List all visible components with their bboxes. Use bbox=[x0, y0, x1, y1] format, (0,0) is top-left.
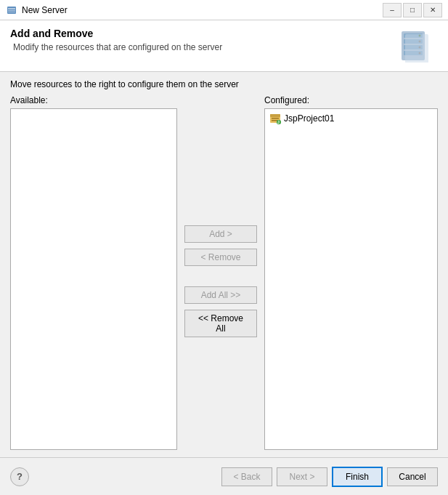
cancel-button[interactable]: Cancel bbox=[387, 467, 438, 486]
header-title: Add and Remove bbox=[10, 28, 394, 39]
footer-section: ? < Back Next > Finish Cancel bbox=[0, 457, 448, 495]
title-bar: New Server – □ ✕ bbox=[0, 0, 448, 20]
window-icon bbox=[6, 4, 17, 16]
available-list[interactable] bbox=[10, 108, 177, 450]
server-icon bbox=[398, 30, 434, 63]
remove-button[interactable]: < Remove bbox=[184, 249, 257, 266]
dialog-body: Add and Remove Modify the resources that… bbox=[0, 20, 448, 495]
minimize-button[interactable]: – bbox=[383, 3, 402, 17]
available-label: Available: bbox=[10, 95, 177, 105]
svg-rect-15 bbox=[270, 114, 280, 117]
add-button[interactable]: Add > bbox=[184, 225, 257, 243]
available-panel: Available: bbox=[10, 95, 177, 450]
footer-right: < Back Next > Finish Cancel bbox=[221, 467, 438, 487]
header-icon-area bbox=[394, 28, 438, 64]
window-controls: – □ ✕ bbox=[383, 3, 442, 17]
svg-rect-16 bbox=[272, 118, 279, 119]
finish-button[interactable]: Finish bbox=[332, 467, 383, 487]
configured-panel: Configured: J JspProjec bbox=[264, 95, 438, 450]
help-button[interactable]: ? bbox=[10, 467, 29, 486]
svg-rect-13 bbox=[405, 34, 428, 63]
svg-text:J: J bbox=[277, 120, 280, 124]
header-section: Add and Remove Modify the resources that… bbox=[0, 20, 448, 72]
remove-all-button[interactable]: << Remove All bbox=[184, 310, 257, 337]
header-text: Add and Remove Modify the resources that… bbox=[10, 28, 394, 52]
close-button[interactable]: ✕ bbox=[423, 3, 442, 17]
transfer-buttons: Add > < Remove Add All >> << Remove All bbox=[177, 95, 264, 450]
back-button[interactable]: < Back bbox=[221, 467, 272, 486]
svg-rect-1 bbox=[8, 8, 15, 9]
configured-item-name: JspProject01 bbox=[284, 113, 334, 124]
main-section: Move resources to the right to configure… bbox=[0, 72, 448, 457]
list-item[interactable]: J JspProject01 bbox=[266, 110, 436, 126]
maximize-button[interactable]: □ bbox=[403, 3, 422, 17]
footer-left: ? bbox=[10, 467, 221, 486]
add-all-button[interactable]: Add All >> bbox=[184, 286, 257, 304]
header-subtitle: Modify the resources that are configured… bbox=[10, 42, 394, 52]
svg-rect-2 bbox=[8, 10, 15, 11]
panels-row: Available: Add > < Remove Add All >> << … bbox=[10, 95, 438, 450]
window-title: New Server bbox=[22, 5, 383, 15]
instruction-text: Move resources to the right to configure… bbox=[10, 79, 438, 89]
configured-list[interactable]: J JspProject01 bbox=[264, 108, 438, 450]
svg-rect-3 bbox=[8, 12, 15, 12]
project-icon: J bbox=[269, 113, 281, 124]
next-button[interactable]: Next > bbox=[277, 467, 327, 486]
configured-label: Configured: bbox=[264, 95, 438, 105]
